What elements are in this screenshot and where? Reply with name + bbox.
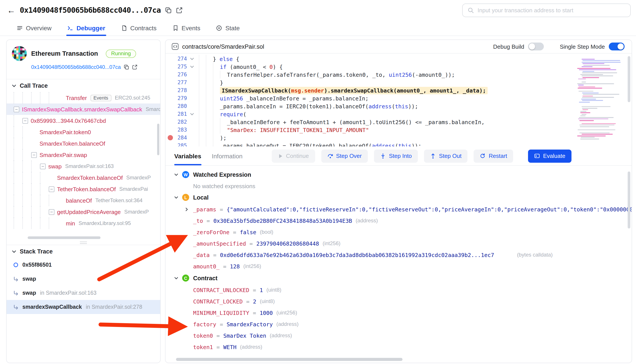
call-trace-item[interactable]: balanceOfTetherToken.sol:364 xyxy=(7,195,160,206)
variable-value: WETH xyxy=(223,344,236,350)
chevron-down-icon xyxy=(12,249,16,254)
variable-row[interactable]: _amountSpecified=2397904068208680448(int… xyxy=(165,238,631,249)
chevron-down-icon[interactable] xyxy=(174,172,178,176)
variable-row[interactable]: _data=0xd0e6dfd633a76e92b462a63d0a169eb3… xyxy=(165,249,631,260)
copy-icon[interactable] xyxy=(165,7,172,14)
button-label: Restart xyxy=(489,152,507,159)
main-panel: contracts/core/SmardexPair.sol Debug Bui… xyxy=(165,40,632,363)
collapse-box[interactable]: − xyxy=(49,209,55,215)
collapse-box[interactable]: − xyxy=(22,118,28,124)
scrollbar-thumb[interactable] xyxy=(176,358,403,361)
step-into-button[interactable]: Step Into xyxy=(374,149,418,162)
debug-build-toggle[interactable] xyxy=(528,42,544,50)
chevron-down-icon[interactable] xyxy=(174,196,178,199)
copy-icon[interactable] xyxy=(124,64,129,70)
search-input[interactable] xyxy=(478,7,625,14)
variable-name: _to xyxy=(193,217,203,224)
call-trace-item[interactable]: −swapSmardexPair.sol:163 xyxy=(7,160,160,172)
restart-icon xyxy=(480,153,486,159)
code-line: 279uint256 _balanceInBefore = _params.ba… xyxy=(165,94,631,102)
variable-row[interactable]: _params={"amountCalculated":0,"fictiveRe… xyxy=(165,204,631,215)
tab-events[interactable]: Events xyxy=(172,20,200,36)
scrollbar-thumb[interactable] xyxy=(628,56,630,102)
variable-section-header[interactable]: LLocal xyxy=(165,191,631,204)
step-over-button[interactable]: Step Over xyxy=(321,149,368,162)
continue-icon xyxy=(278,153,283,158)
stack-trace-item[interactable]: swapin SmardexPair.sol:163 xyxy=(7,286,160,300)
variable-row[interactable]: CONTRACT_UNLOCKED=1(uint8) xyxy=(165,284,631,296)
variable-row[interactable]: _zeroForOne=false(bool) xyxy=(165,226,631,238)
code-line: 278ISmardexSwapCallback(msg.sender).smar… xyxy=(165,86,631,94)
scrollbar-thumb[interactable] xyxy=(628,172,630,228)
minimap[interactable] xyxy=(577,57,621,143)
fold-chevron-icon[interactable] xyxy=(188,65,196,69)
transaction-hash-link[interactable]: 0x1409048f50065b6b688cc040...07ca xyxy=(31,64,121,70)
call-trace-item[interactable]: −getUpdatedPriceAverageSmardexP xyxy=(7,206,160,218)
stack-trace-item[interactable]: smardexSwapCallbackin SmardexPair.sol:27… xyxy=(7,300,160,314)
variable-row[interactable]: token0=SmarDex Token(address) xyxy=(165,330,631,341)
tab-contracts[interactable]: Contracts xyxy=(121,20,156,36)
stack-trace-item[interactable]: swap xyxy=(7,272,160,286)
debug-buttons: ContinueStep OverStep IntoStep OutRestar… xyxy=(271,149,571,162)
variable-row[interactable]: factory=SmardexFactory(address) xyxy=(165,318,631,330)
resize-handle[interactable] xyxy=(7,240,160,245)
overview-icon xyxy=(17,25,23,31)
button-label: Step Into xyxy=(389,152,412,159)
variable-row[interactable]: _to=0x30Ea35bf5dbe2B80FC2438418848a53A0b… xyxy=(165,215,631,226)
call-trace-item[interactable]: SmardexToken.balanceOfSmardexP xyxy=(7,172,160,183)
fold-chevron-icon[interactable] xyxy=(188,57,196,61)
variable-row[interactable]: token1=WETH(address) xyxy=(165,341,631,352)
call-trace-item[interactable]: minSmardexLibrary.sol:95 xyxy=(7,218,160,229)
tab-information[interactable]: Information xyxy=(212,146,242,165)
debug-toolbar: VariablesInformation ContinueStep OverSt… xyxy=(165,146,631,166)
variable-section-header[interactable]: CContract xyxy=(165,272,631,284)
external-link-icon[interactable] xyxy=(176,7,183,14)
variable-row[interactable]: MINIMUM_LIQUIDITY=1000(uint256) xyxy=(165,307,631,318)
tab-variables[interactable]: Variables xyxy=(174,146,201,165)
collapse-box[interactable]: − xyxy=(49,186,55,192)
call-trace-item[interactable]: −TetherToken.balanceOfSmardexPai xyxy=(7,183,160,195)
step-out-button[interactable]: Step Out xyxy=(424,149,468,162)
variable-section-header[interactable]: WWatched Expression xyxy=(165,168,631,181)
stack-trace-item[interactable]: 0x55f86501 xyxy=(7,258,160,272)
chevron-down-icon[interactable] xyxy=(174,276,178,280)
search-box[interactable] xyxy=(462,3,631,17)
back-button[interactable]: ← xyxy=(7,6,15,14)
call-label: getUpdatedPriceAverage xyxy=(57,208,121,215)
code-editor: 274} else {275if (amount0_ < 0) {276Tran… xyxy=(165,54,631,146)
tab-state[interactable]: State xyxy=(216,20,240,36)
tab-label: State xyxy=(225,24,240,31)
scrollbar-thumb[interactable] xyxy=(157,124,159,155)
call-trace-item[interactable]: SmardexPair.token0 xyxy=(7,126,160,138)
variable-row[interactable]: amount0_=128(int256) xyxy=(165,260,631,272)
variable-row[interactable]: CONTRACT_LOCKED=2(uint8) xyxy=(165,296,631,307)
call-label: SmardexToken.balanceOf xyxy=(40,140,105,147)
button-label: Step Out xyxy=(439,152,462,159)
single-step-toggle[interactable] xyxy=(609,42,624,50)
scrollbar-thumb[interactable] xyxy=(28,236,101,239)
fold-chevron-icon[interactable] xyxy=(188,112,196,116)
call-label: swap xyxy=(48,163,62,170)
variable-name: CONTRACT_UNLOCKED xyxy=(193,286,249,293)
chevron-right-icon[interactable] xyxy=(185,207,189,211)
breakpoint-dot[interactable] xyxy=(168,135,173,140)
collapse-box[interactable]: − xyxy=(14,106,19,112)
tab-debugger[interactable]: Debugger xyxy=(67,20,105,36)
call-trace-item[interactable]: −SmardexPair.swap xyxy=(7,149,160,160)
call-trace-item[interactable]: TransferEventsERC20.sol:245 xyxy=(7,92,160,104)
collapse-box[interactable]: − xyxy=(31,152,37,158)
collapse-box[interactable]: − xyxy=(40,163,46,169)
call-trace-item[interactable]: −0x859993...3944.0x76467cbd xyxy=(7,115,160,126)
call-trace-item[interactable]: SmardexToken.balanceOf xyxy=(7,138,160,149)
call-trace-header[interactable]: Call Trace xyxy=(7,79,160,92)
empty-state: No watched expressions xyxy=(165,181,631,191)
tab-overview[interactable]: Overview xyxy=(17,20,52,36)
restart-button[interactable]: Restart xyxy=(474,149,513,162)
evaluate-button[interactable]: Evaluate xyxy=(528,149,571,162)
variable-value: {"amountCalculated":0,"fictiveReserveIn"… xyxy=(226,206,631,212)
stack-trace-header[interactable]: Stack Trace xyxy=(7,245,160,258)
events-badge: Events xyxy=(90,94,111,101)
call-trace-item[interactable]: −ISmardexSwapCallback.smardexSwapCallbac… xyxy=(7,104,160,115)
external-link-icon[interactable] xyxy=(132,64,137,70)
search-icon xyxy=(467,7,474,14)
